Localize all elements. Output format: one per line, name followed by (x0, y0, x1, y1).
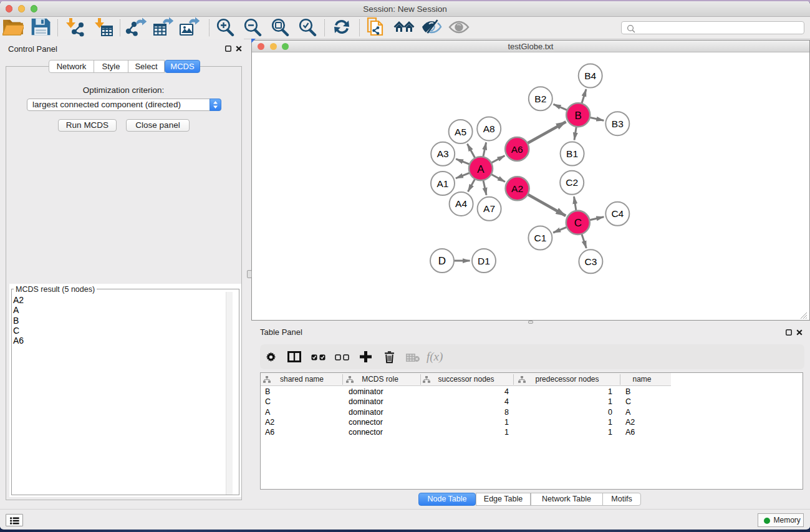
svg-text:C2: C2 (566, 177, 578, 188)
svg-text:D1: D1 (478, 256, 490, 266)
svg-text:C: C (574, 217, 582, 229)
svg-text:A5: A5 (455, 127, 466, 137)
svg-text:A: A (477, 163, 485, 175)
svg-text:B: B (575, 110, 582, 122)
svg-text:B4: B4 (584, 70, 596, 81)
svg-text:A1: A1 (437, 178, 449, 189)
svg-text:B1: B1 (566, 148, 578, 159)
svg-text:B3: B3 (612, 118, 624, 129)
svg-text:D: D (438, 255, 446, 267)
svg-text:A8: A8 (483, 123, 495, 134)
svg-text:A2: A2 (511, 183, 523, 194)
svg-text:C4: C4 (611, 208, 624, 219)
svg-text:A7: A7 (483, 203, 495, 214)
svg-text:A4: A4 (455, 198, 467, 209)
svg-text:A3: A3 (437, 148, 449, 159)
svg-text:C3: C3 (584, 256, 597, 267)
svg-text:A6: A6 (511, 144, 523, 155)
svg-text:B2: B2 (534, 94, 546, 104)
svg-text:C1: C1 (534, 233, 546, 243)
